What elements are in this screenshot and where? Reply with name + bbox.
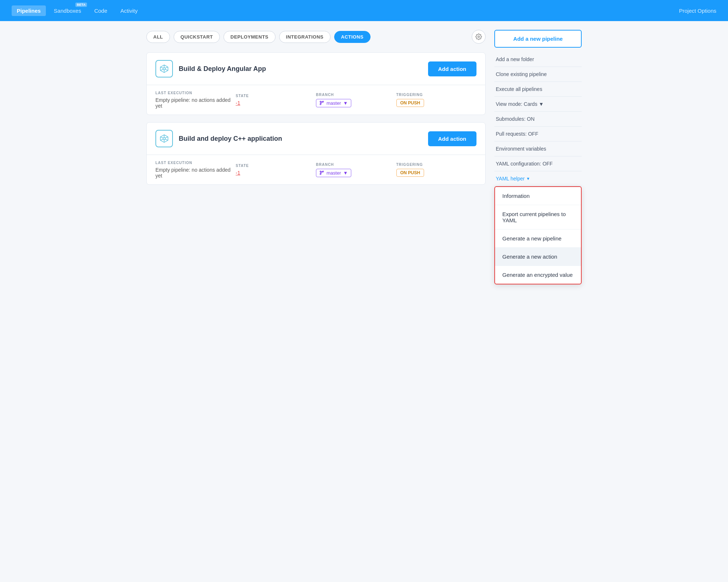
last-execution-label-2: LAST EXECUTION [155,161,236,165]
branch-icon-1 [319,100,324,105]
svg-point-9 [320,101,321,102]
tab-actions[interactable]: ACTIONS [334,31,371,43]
svg-line-8 [165,69,168,71]
branch-chevron-2: ▼ [343,170,348,176]
last-execution-value-1: Empty pipeline: no actions added yet [155,97,236,109]
add-action-button-1[interactable]: Add action [428,61,477,76]
sidebar-actions: Add a new folder Clone existing pipeline… [494,52,582,186]
branch-label-1: BRANCH [316,93,396,97]
last-execution-label-1: LAST EXECUTION [155,91,236,95]
svg-line-19 [165,139,168,140]
state-value-1[interactable]: -1 [236,100,316,106]
pipeline-icon-1 [155,60,173,77]
sidebar-yaml-config[interactable]: YAML configuration: OFF [494,156,582,171]
sidebar: Add a new pipeline Add a new folder Clon… [494,30,582,284]
pipeline-card-footer-2: LAST EXECUTION Empty pipeline: no action… [147,155,485,184]
last-execution-col-1: LAST EXECUTION Empty pipeline: no action… [155,91,236,109]
svg-point-2 [163,68,165,70]
svg-point-10 [320,104,321,105]
last-execution-value-2: Empty pipeline: no actions added yet [155,167,236,179]
svg-point-11 [323,101,324,102]
svg-line-18 [161,137,163,138]
filter-tabs: ALL QUICKSTART DEPLOYMENTS INTEGRATIONS … [146,30,486,44]
branch-value-2: master [327,170,341,176]
triggering-label-1: TRIGGERING [396,93,477,97]
branch-value-1: master [327,100,341,106]
yaml-menu-generate-action[interactable]: Generate a new action [495,248,581,266]
project-options[interactable]: Project Options [679,8,716,14]
last-execution-col-2: LAST EXECUTION Empty pipeline: no action… [155,161,236,179]
pipeline-card-header-2: Build and deploy C++ application Add act… [147,123,485,155]
tab-quickstart[interactable]: QUICKSTART [174,31,220,43]
yaml-dropdown-menu: Information Export current pipelines to … [494,186,582,284]
state-label-2: STATE [236,164,316,168]
branch-chevron-1: ▼ [343,100,348,106]
tab-all[interactable]: ALL [146,31,170,43]
pipeline-card-footer-1: LAST EXECUTION Empty pipeline: no action… [147,85,485,115]
state-value-2[interactable]: -1 [236,170,316,176]
yaml-dropdown: Information Export current pipelines to … [494,186,582,284]
gear-icon [475,33,482,40]
sidebar-pull-requests[interactable]: Pull requests: OFF [494,127,582,141]
svg-point-13 [163,137,165,140]
triggering-badge-2: ON PUSH [396,169,424,177]
yaml-helper-chevron: ▼ [526,176,530,181]
sidebar-view-mode[interactable]: View mode: Cards ▼ [494,97,582,112]
yaml-menu-generate-pipeline[interactable]: Generate a new pipeline [495,230,581,248]
triggering-col-1: TRIGGERING ON PUSH [396,93,477,107]
sidebar-env-variables[interactable]: Environment variables [494,141,582,156]
tab-integrations[interactable]: INTEGRATIONS [279,31,331,43]
triggering-badge-1: ON PUSH [396,99,424,107]
settings-icon-button[interactable] [472,30,486,44]
state-col-2: STATE -1 [236,164,316,176]
main-layout: ALL QUICKSTART DEPLOYMENTS INTEGRATIONS … [135,21,593,293]
sidebar-yaml-helper[interactable]: YAML helper ▼ [494,171,582,186]
branch-icon-2 [319,170,324,175]
svg-line-17 [161,139,163,140]
main-nav: Pipelines Sandboxes BETA Code Activity [12,5,679,16]
branch-badge-1[interactable]: master ▼ [316,99,351,107]
svg-point-22 [323,171,324,172]
beta-badge: BETA [75,3,87,7]
branch-col-2: BRANCH master ▼ [316,163,396,177]
nav-code[interactable]: Code [89,5,112,16]
add-action-button-2[interactable]: Add action [428,131,477,146]
pipeline-icon-2 [155,130,173,147]
triggering-label-2: TRIGGERING [396,163,477,167]
pipeline-title-2: Build and deploy C++ application [179,135,422,143]
view-mode-chevron: ▼ [537,101,544,107]
sidebar-execute-all[interactable]: Execute all pipelines [494,82,582,97]
nav-activity[interactable]: Activity [115,5,143,16]
main-header: Pipelines Sandboxes BETA Code Activity P… [0,0,728,21]
pipeline-card-2: Build and deploy C++ application Add act… [146,122,486,185]
new-pipeline-button[interactable]: Add a new pipeline [494,30,582,48]
svg-point-21 [320,174,321,175]
branch-label-2: BRANCH [316,163,396,167]
yaml-menu-information[interactable]: Information [495,187,581,205]
sidebar-submodules[interactable]: Submodules: ON [494,112,582,127]
tab-deployments[interactable]: DEPLOYMENTS [223,31,275,43]
yaml-menu-export[interactable]: Export current pipelines to YAML [495,205,581,230]
content-area: ALL QUICKSTART DEPLOYMENTS INTEGRATIONS … [146,30,486,284]
pipeline-card-1: Build & Deploy Angular App Add action LA… [146,52,486,115]
svg-line-5 [165,67,168,68]
yaml-menu-generate-encrypted[interactable]: Generate an encrypted value [495,266,581,284]
branch-badge-2[interactable]: master ▼ [316,169,351,177]
svg-line-6 [161,69,163,71]
svg-line-16 [165,137,168,138]
nav-sandboxes[interactable]: Sandboxes BETA [49,5,86,16]
state-label-1: STATE [236,94,316,98]
state-col-1: STATE -1 [236,94,316,106]
yaml-helper-label: YAML helper [496,176,525,182]
svg-line-7 [161,67,163,68]
pipeline-card-header-1: Build & Deploy Angular App Add action [147,53,485,85]
nav-pipelines[interactable]: Pipelines [12,5,46,16]
sidebar-clone-pipeline[interactable]: Clone existing pipeline [494,67,582,82]
svg-point-0 [478,36,480,38]
triggering-col-2: TRIGGERING ON PUSH [396,163,477,177]
branch-col-1: BRANCH master ▼ [316,93,396,107]
svg-point-20 [320,171,321,172]
pipeline-title-1: Build & Deploy Angular App [179,65,422,73]
sidebar-add-folder[interactable]: Add a new folder [494,52,582,67]
